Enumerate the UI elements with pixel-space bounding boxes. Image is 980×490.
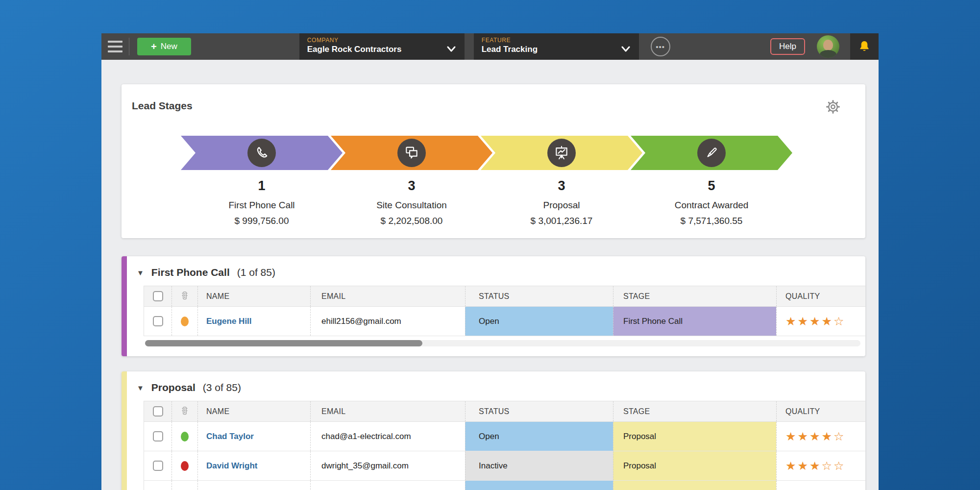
gear-icon[interactable] [825, 99, 841, 115]
row-select-cell [144, 451, 172, 480]
stage-count: 5 [637, 178, 786, 194]
presentation-chart-icon [547, 139, 576, 167]
column-header-email[interactable]: EMAIL [310, 401, 465, 421]
row-name-cell [197, 481, 310, 490]
select-all-checkbox[interactable] [153, 291, 163, 301]
lead-name-link[interactable]: Eugene Hill [206, 317, 252, 326]
row-select-cell [144, 481, 172, 490]
table-row: David Wright dwright_35@gmail.com Inacti… [144, 451, 865, 481]
stage-count: 3 [487, 178, 637, 194]
phone-icon [247, 139, 276, 167]
row-name-cell: Eugene Hill [197, 307, 310, 336]
row-name-cell: David Wright [197, 451, 310, 480]
stage-amount: $ 999,756.00 [187, 216, 337, 226]
row-checkbox[interactable] [153, 431, 163, 441]
section-first-phone-call: ▼ First Phone Call (1 of 85) [122, 256, 865, 356]
company-label: COMPANY [307, 37, 458, 44]
chevron-down-icon [446, 45, 457, 53]
scrollbar-thumb[interactable] [145, 340, 422, 346]
feature-value: Lead Tracking [482, 45, 632, 54]
more-options-icon[interactable]: ••• [651, 37, 670, 56]
hamburger-menu-icon[interactable] [101, 33, 129, 60]
status-dot [181, 461, 189, 471]
table-header-row: NAME EMAIL STATUS STAGE QUALITY [144, 286, 865, 307]
column-header-stage[interactable]: STAGE [613, 401, 776, 421]
column-header-status[interactable]: STATUS [465, 401, 613, 421]
notifications-button[interactable] [850, 33, 879, 60]
row-status-cell: Open [465, 307, 613, 336]
traffic-light-icon [179, 290, 190, 303]
column-header-email[interactable]: EMAIL [310, 286, 465, 306]
select-all-cell [144, 286, 172, 306]
stage-name: Site Consultation [337, 200, 487, 211]
section-count: (3 of 85) [203, 382, 241, 393]
row-quality-cell: ★★★☆☆ [776, 451, 865, 480]
table-row: Eugene Hill ehill2156@gmail.com Open Fir… [144, 307, 865, 336]
column-header-name[interactable]: NAME [197, 286, 310, 306]
star-rating[interactable]: ★★★★☆ [785, 315, 846, 328]
row-status-cell: Inactive [465, 451, 613, 480]
row-quality-cell: ★★★★☆ [776, 422, 865, 451]
leads-table: NAME EMAIL STATUS STAGE QUALITY Eugene H… [144, 286, 865, 346]
company-selector[interactable]: COMPANY Eagle Rock Contractors [299, 33, 465, 60]
section-header[interactable]: ▼ Proposal (3 of 85) [137, 380, 865, 395]
section-stripe [122, 371, 127, 490]
bell-icon [858, 40, 871, 53]
traffic-light-header-cell[interactable] [172, 286, 197, 306]
row-stage-cell: First Phone Call [613, 307, 776, 336]
select-all-checkbox[interactable] [153, 406, 163, 416]
lead-stages-title: Lead Stages [132, 100, 193, 112]
star-rating[interactable]: ★★★★☆ [785, 430, 846, 443]
lead-name-link[interactable]: David Wright [206, 461, 258, 471]
row-status-cell: Open [465, 422, 613, 451]
stage-stat-first-phone-call: 1 First Phone Call $ 999,756.00 [187, 178, 337, 226]
stage-arrow-site-consultation[interactable] [331, 136, 492, 170]
section-header[interactable]: ▼ First Phone Call (1 of 85) [137, 265, 865, 280]
traffic-light-icon [179, 405, 190, 418]
section-count: (1 of 85) [237, 267, 275, 278]
star-rating[interactable]: ★★★☆☆ [785, 459, 846, 473]
select-all-cell [144, 401, 172, 421]
plus-icon: + [151, 42, 157, 51]
stage-stats: 1 First Phone Call $ 999,756.00 3 Site C… [187, 178, 786, 226]
stage-stat-contract-awarded: 5 Contract Awarded $ 7,571,360.55 [637, 178, 786, 226]
row-checkbox[interactable] [153, 316, 163, 326]
collapse-triangle-icon[interactable]: ▼ [137, 269, 144, 277]
stage-amount: $ 7,571,360.55 [637, 216, 786, 226]
avatar[interactable] [817, 35, 839, 58]
row-quality-cell [776, 481, 865, 490]
column-header-quality[interactable]: QUALITY [776, 401, 865, 421]
stage-arrow-contract-awarded[interactable] [631, 136, 792, 170]
chevron-down-icon [620, 45, 631, 53]
column-header-quality[interactable]: QUALITY [776, 286, 865, 306]
stage-arrow-proposal[interactable] [481, 136, 642, 170]
lead-name-link[interactable]: Chad Taylor [206, 432, 254, 441]
status-dot [181, 317, 189, 326]
row-stage-cell [613, 481, 776, 490]
column-header-status[interactable]: STATUS [465, 286, 613, 306]
new-button[interactable]: + New [137, 38, 191, 55]
row-checkbox[interactable] [153, 461, 163, 471]
feature-selector[interactable]: FEATURE Lead Tracking [474, 33, 639, 60]
collapse-triangle-icon[interactable]: ▼ [137, 384, 144, 392]
traffic-light-header-cell[interactable] [172, 401, 197, 421]
chat-bubbles-icon [397, 139, 426, 167]
stage-amount: $ 3,001,236.17 [487, 216, 637, 226]
column-header-name[interactable]: NAME [197, 401, 310, 421]
row-email-cell [310, 481, 465, 490]
stage-name: First Phone Call [187, 200, 337, 211]
section-stripe [122, 256, 127, 356]
column-header-stage[interactable]: STAGE [613, 286, 776, 306]
row-dot-cell [172, 481, 197, 490]
row-select-cell [144, 422, 172, 451]
stage-arrow-first-phone-call[interactable] [181, 136, 343, 170]
stage-count: 1 [187, 178, 337, 194]
row-email-cell: ehill2156@gmail.com [310, 307, 465, 336]
help-button[interactable]: Help [770, 38, 805, 55]
section-title: Proposal [151, 382, 196, 393]
company-value: Eagle Rock Contractors [307, 45, 458, 54]
row-dot-cell [172, 422, 197, 451]
horizontal-scrollbar[interactable] [145, 340, 860, 346]
table-header-row: NAME EMAIL STATUS STAGE QUALITY [144, 401, 865, 422]
table-row-partial [144, 481, 865, 490]
